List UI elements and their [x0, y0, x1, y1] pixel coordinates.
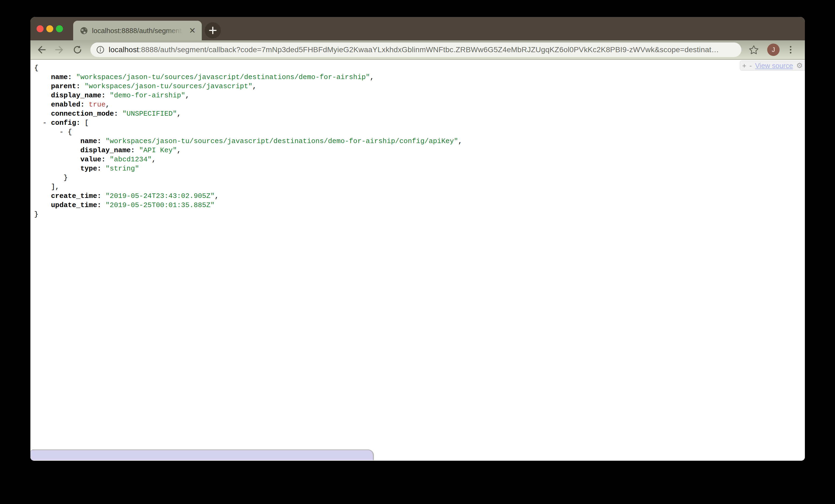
- json-punctuation: [34, 91, 51, 100]
- json-punctuation: ,: [185, 91, 190, 100]
- traffic-light-minimize-button[interactable]: [46, 25, 53, 32]
- selection-bar: [30, 449, 374, 460]
- json-boolean: true: [89, 101, 105, 109]
- json-punctuation: [34, 165, 80, 173]
- json-line: name: "workspaces/jason-tu/sources/javas…: [34, 72, 805, 82]
- json-line: - {: [34, 127, 805, 136]
- star-icon: [748, 44, 759, 55]
- json-key: value:: [80, 155, 110, 164]
- json-punctuation: [34, 137, 80, 145]
- url-host: localhost: [109, 45, 139, 54]
- json-key: enabled:: [51, 101, 88, 109]
- kebab-menu-icon: [789, 44, 792, 55]
- json-key: display_name:: [51, 91, 109, 100]
- json-punctuation: [34, 110, 51, 118]
- json-punctuation: ,: [215, 192, 219, 200]
- json-line: }: [34, 210, 805, 219]
- json-key: parent:: [51, 82, 84, 90]
- json-string: "2019-05-24T23:43:02.905Z": [105, 192, 215, 200]
- browser-window: localhost:8888/auth/segment/ca ✕: [30, 17, 805, 461]
- page-content: + - View source ⚙ { name: "workspaces/ja…: [30, 60, 805, 460]
- json-key: type:: [80, 165, 106, 173]
- json-line: update_time: "2019-05-25T00:01:35.885Z": [34, 201, 805, 210]
- new-tab-button[interactable]: [205, 22, 221, 39]
- json-punctuation: {: [68, 128, 72, 136]
- url-text: localhost:8888/auth/segment/callback?cod…: [109, 45, 719, 54]
- json-punctuation: ,: [177, 110, 181, 118]
- json-key: update_time:: [51, 201, 105, 209]
- json-line: display_name: "demo-for-airship",: [34, 91, 805, 100]
- bookmark-button[interactable]: [748, 44, 759, 55]
- collapse-toggle[interactable]: -: [59, 128, 64, 136]
- json-line: ],: [34, 182, 805, 191]
- json-line: - config: [: [34, 118, 805, 127]
- json-string: "API Key": [139, 146, 177, 154]
- forward-button[interactable]: [54, 45, 65, 55]
- json-line: create_time: "2019-05-24T23:43:02.905Z",: [34, 191, 805, 201]
- json-string: "workspaces/jason-tu/sources/javascript": [84, 82, 252, 90]
- plus-icon: [209, 26, 217, 35]
- json-punctuation: ,: [105, 101, 110, 109]
- json-punctuation: [47, 119, 51, 127]
- tab-title: localhost:8888/auth/segment/ca: [92, 26, 186, 35]
- json-string: "UNSPECIFIED": [122, 110, 177, 118]
- url-path: :8888/auth/segment/callback?code=7mNp3de…: [139, 45, 719, 54]
- reload-button[interactable]: [73, 45, 83, 55]
- json-line: parent: "workspaces/jason-tu/sources/jav…: [34, 82, 805, 91]
- json-key: connection_mode:: [51, 110, 122, 118]
- json-key: config:: [51, 119, 84, 127]
- profile-avatar[interactable]: J: [767, 44, 779, 56]
- json-key: name:: [51, 73, 76, 81]
- json-line: display_name: "API Key",: [34, 146, 805, 155]
- json-key: display_name:: [80, 146, 139, 154]
- json-body: { name: "workspaces/jason-tu/sources/jav…: [34, 63, 805, 219]
- json-punctuation: [34, 155, 80, 164]
- json-line: value: "abcd1234",: [34, 155, 805, 164]
- collapse-toggle[interactable]: -: [42, 119, 47, 127]
- json-punctuation: ,: [252, 82, 257, 90]
- info-icon[interactable]: [96, 46, 104, 54]
- json-punctuation: [34, 201, 51, 209]
- forward-icon: [54, 45, 65, 55]
- json-key: name:: [80, 137, 106, 145]
- json-line: connection_mode: "UNSPECIFIED",: [34, 109, 805, 118]
- tab-title-fade: [167, 26, 186, 35]
- json-punctuation: [63, 128, 68, 136]
- json-punctuation: ,: [458, 137, 463, 145]
- json-punctuation: ,: [177, 146, 181, 154]
- json-punctuation: [34, 128, 59, 136]
- json-punctuation: ],: [34, 183, 59, 191]
- back-icon: [36, 45, 46, 55]
- globe-icon: [80, 27, 88, 35]
- json-punctuation: [34, 192, 51, 200]
- reload-icon: [73, 45, 83, 55]
- json-string: "abcd1234": [110, 155, 152, 164]
- traffic-light-zoom-button[interactable]: [56, 25, 63, 32]
- json-punctuation: [34, 101, 51, 109]
- browser-menu-button[interactable]: [787, 44, 795, 55]
- json-punctuation: [34, 146, 80, 154]
- json-key: create_time:: [51, 192, 105, 200]
- json-punctuation: [34, 73, 51, 81]
- json-punctuation: ,: [152, 155, 156, 164]
- json-punctuation: }: [34, 174, 68, 182]
- json-punctuation: [34, 82, 51, 90]
- traffic-light-close-button[interactable]: [37, 25, 44, 32]
- json-line: }: [34, 173, 805, 182]
- back-button[interactable]: [36, 45, 46, 55]
- json-string: "demo-for-airship": [110, 91, 185, 100]
- json-line: type: "string": [34, 164, 805, 173]
- tab-strip: localhost:8888/auth/segment/ca ✕: [30, 17, 805, 40]
- json-punctuation: {: [34, 64, 39, 72]
- browser-tab[interactable]: localhost:8888/auth/segment/ca ✕: [73, 21, 202, 40]
- json-punctuation: }: [34, 210, 39, 218]
- json-line: name: "workspaces/jason-tu/sources/javas…: [34, 136, 805, 146]
- json-line: {: [34, 63, 805, 72]
- json-punctuation: [: [84, 119, 89, 127]
- tab-close-icon[interactable]: ✕: [188, 26, 197, 35]
- address-bar[interactable]: localhost:8888/auth/segment/callback?cod…: [90, 42, 741, 57]
- json-string: "string": [105, 165, 139, 173]
- json-string: "2019-05-25T00:01:35.885Z": [105, 201, 215, 209]
- browser-toolbar: localhost:8888/auth/segment/callback?cod…: [30, 40, 805, 60]
- json-line: enabled: true,: [34, 100, 805, 109]
